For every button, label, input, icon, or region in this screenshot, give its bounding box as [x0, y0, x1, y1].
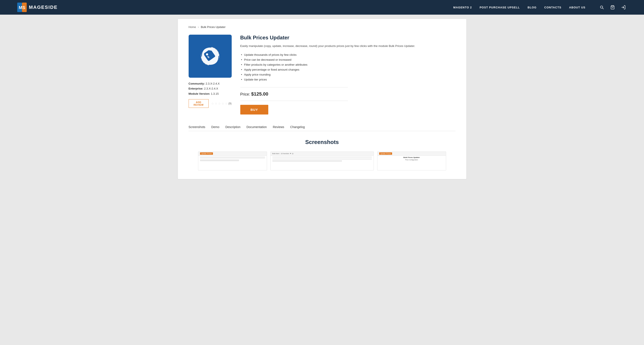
product-left: $ Community: 2.3.X-2.4.X	[188, 35, 232, 114]
star-5: ☆	[225, 102, 228, 105]
feature-3: Filter products by categories or another…	[240, 62, 456, 67]
feature-4: Apply percentage or fixed amount changes	[240, 67, 456, 72]
module-version-info: Module Version: 1.3.15	[188, 91, 232, 96]
nav-item-contacts[interactable]: CONTACTS	[544, 6, 561, 9]
tab-changelog[interactable]: Changelog	[290, 123, 311, 131]
login-icon	[621, 5, 626, 10]
tab-screenshots[interactable]: Screenshots	[188, 123, 212, 131]
add-review-button[interactable]: ADD REVIEW	[188, 99, 209, 108]
tabs-row: Screenshots Demo Description Documentati…	[188, 123, 456, 131]
screenshot-3-subtitle: Price Configuration	[379, 159, 444, 161]
screenshot-1-tag: Update Prices	[200, 152, 213, 155]
screenshot-1-body	[198, 156, 267, 170]
screenshots-row: Update Prices Bulk item · 10 function ▼ …	[188, 152, 456, 170]
tab-demo[interactable]: Demo	[211, 123, 225, 131]
page-wrapper: Home > Bulk Prices Updater	[178, 15, 466, 188]
screenshot-3-bar: Update Prices	[378, 152, 446, 156]
tab-documentation[interactable]: Documentation	[246, 123, 273, 131]
svg-point-4	[600, 6, 603, 8]
logo-text: MAGESIDE	[29, 4, 58, 10]
community-value: 2.3.X-2.4.X	[206, 82, 220, 85]
product-description: Easily manipulate (copy, update, increas…	[240, 44, 456, 48]
price-divider-bottom	[240, 101, 348, 101]
star-rating: ☆ ☆ ☆ ☆ ☆ (9)	[211, 102, 232, 105]
price-value: $125.00	[251, 91, 268, 97]
screenshot-2-bar: Bulk item · 10 function ▼ ◎	[271, 152, 374, 156]
nav-item-post-purchase[interactable]: POST PURCHASE UPSELL	[480, 6, 520, 9]
screenshot-thumb-1[interactable]: Update Prices	[198, 152, 267, 170]
login-button[interactable]	[620, 4, 627, 11]
price-divider	[240, 87, 348, 87]
screenshots-section: Screenshots Update Prices Bulk item · 10	[188, 139, 456, 170]
nav-item-blog[interactable]: BLOG	[528, 6, 536, 9]
product-right: Bulk Prices Updater Easily manipulate (c…	[240, 35, 456, 114]
search-icon	[600, 5, 604, 9]
enterprise-value: 2.3.X-2.4.X	[204, 87, 218, 90]
nav-item-magento2[interactable]: MAGENTO 2	[453, 6, 472, 9]
svg-text:S: S	[22, 5, 25, 10]
product-image: $	[188, 35, 232, 78]
tab-reviews[interactable]: Reviews	[273, 123, 290, 131]
search-button[interactable]	[598, 4, 605, 11]
breadcrumb-home[interactable]: Home	[188, 25, 196, 29]
breadcrumb-current: Bulk Prices Updater	[201, 25, 226, 29]
nav-icons	[598, 4, 627, 11]
screenshot-thumb-3[interactable]: Update Prices Bulk Prices Updater Price …	[377, 152, 446, 170]
cart-icon	[610, 5, 615, 9]
tab-description[interactable]: Description	[226, 123, 246, 131]
community-label: Community:	[188, 82, 205, 85]
screenshots-title: Screenshots	[188, 139, 456, 145]
community-info: Community: 2.3.X-2.4.X	[188, 81, 232, 86]
feature-2: Price can be decreased or increased	[240, 57, 456, 62]
review-area: ADD REVIEW ☆ ☆ ☆ ☆ ☆ (9)	[188, 99, 232, 108]
product-meta: Community: 2.3.X-2.4.X Enterprise: 2.3.X…	[188, 81, 232, 96]
module-version-value: 1.3.15	[211, 92, 219, 95]
star-4: ☆	[222, 102, 224, 105]
product-features: Update thousands of prices by few clicks…	[240, 52, 456, 82]
enterprise-label: Enterprise:	[188, 87, 204, 90]
enterprise-info: Enterprise: 2.3.X-2.4.X	[188, 86, 232, 91]
logo[interactable]: M S MAGESIDE	[17, 2, 58, 12]
product-illustration: $	[195, 41, 225, 71]
price-label: Price:	[240, 92, 250, 96]
buy-button[interactable]: BUY	[240, 105, 268, 114]
review-count: (9)	[228, 102, 232, 105]
screenshot-2-body	[271, 156, 374, 170]
cart-button[interactable]	[609, 4, 616, 11]
module-version-label: Module Version:	[188, 92, 210, 95]
content-card: Home > Bulk Prices Updater	[178, 19, 466, 179]
breadcrumb: Home > Bulk Prices Updater	[188, 25, 456, 29]
feature-1: Update thousands of prices by few clicks	[240, 52, 456, 57]
feature-6: Update tier prices	[240, 77, 456, 82]
screenshot-3-title: Bulk Prices Updater	[379, 156, 444, 158]
screenshot-3-body: Bulk Prices Updater Price Configuration	[378, 156, 446, 170]
screenshot-thumb-2[interactable]: Bulk item · 10 function ▼ ◎	[270, 152, 374, 170]
breadcrumb-separator: >	[198, 26, 199, 28]
screenshot-2-bar-text: Bulk item · 10 function ▼ ◎	[272, 153, 294, 155]
product-section: $ Community: 2.3.X-2.4.X	[188, 35, 456, 114]
screenshot-3-tag: Update Prices	[379, 152, 392, 155]
logo-icon: M S	[17, 2, 27, 12]
star-3: ☆	[218, 102, 221, 105]
product-title: Bulk Prices Updater	[240, 35, 456, 41]
nav-item-about-us[interactable]: ABOUT US	[569, 6, 586, 9]
svg-text:M: M	[19, 5, 22, 10]
main-nav: MAGENTO 2 POST PURCHASE UPSELL BLOG CONT…	[453, 4, 627, 11]
feature-5: Apply price rounding	[240, 72, 456, 77]
star-1: ☆	[211, 102, 214, 105]
header: M S MAGESIDE MAGENTO 2 POST PURCHASE UPS…	[0, 0, 644, 15]
screenshot-1-bar: Update Prices	[198, 152, 267, 156]
price-row: Price: $125.00	[240, 91, 456, 97]
svg-line-5	[602, 8, 604, 9]
star-2: ☆	[215, 102, 218, 105]
